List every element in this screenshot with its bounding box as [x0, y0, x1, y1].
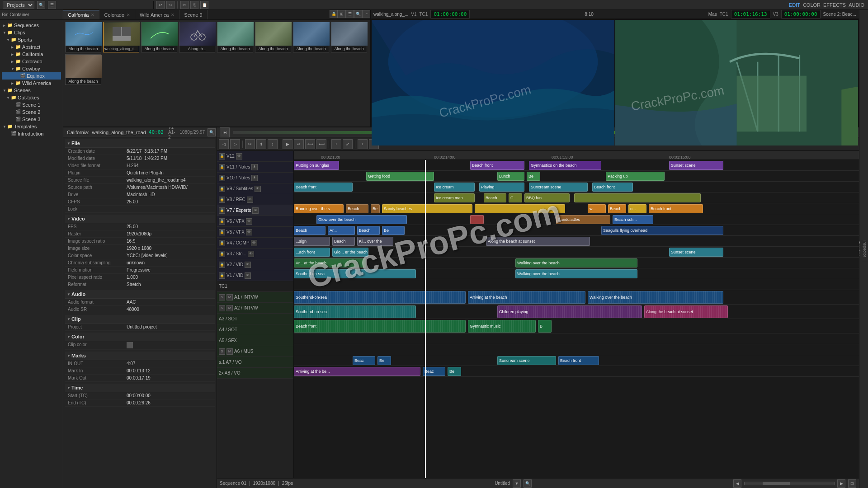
horizontal-scrollbar[interactable] — [744, 482, 835, 485]
clip[interactable]: Be — [448, 367, 461, 376]
clip[interactable] — [475, 204, 565, 213]
search-icon[interactable]: 🔍 — [37, 1, 45, 9]
clip[interactable]: Along the beach at sunset — [644, 305, 728, 318]
track-lock-btn[interactable]: 🔒 — [219, 240, 225, 246]
tl-select-btn[interactable]: ▶ — [283, 139, 292, 149]
tree-sequences[interactable]: ▶ 📁 Sequences — [2, 22, 61, 29]
close-icon[interactable]: ✕ — [91, 13, 94, 17]
preview-left[interactable]: CrackProPc.com — [372, 20, 614, 145]
clip[interactable]: Suncream scene — [497, 356, 556, 365]
clip[interactable]: Ice cream man — [434, 193, 475, 202]
clip[interactable]: Gymnastic music — [468, 320, 536, 333]
track-lock-btn[interactable]: 🔒 — [219, 262, 225, 268]
clip[interactable]: w... — [588, 204, 606, 213]
grid-icon[interactable]: ⊞ — [338, 10, 346, 18]
clip-item[interactable]: Along the beach — [65, 54, 101, 85]
track-eye-btn[interactable]: 👁 — [246, 218, 252, 225]
clip[interactable]: n... — [628, 204, 646, 213]
clip[interactable]: Beach — [346, 204, 368, 213]
clip[interactable]: Ar... at the beach — [294, 258, 366, 267]
clip[interactable]: Sandcastles — [556, 215, 610, 224]
tree-colorado[interactable]: ▶ 📁 Colorado — [2, 58, 61, 65]
clip[interactable]: ...sign — [294, 237, 330, 246]
close-icon[interactable]: ✕ — [127, 13, 130, 17]
options-icon[interactable]: ⋯ — [362, 10, 370, 18]
track-lock-btn[interactable]: 🔒 — [219, 186, 225, 192]
audio-tab[interactable]: AUDIO — [849, 2, 864, 8]
clip[interactable]: Beach — [357, 226, 380, 235]
clip[interactable]: Ki... over the — [357, 237, 393, 246]
clip[interactable]: Beach front — [558, 356, 599, 365]
track-lock-btn[interactable]: 🔒 — [219, 229, 225, 235]
clip[interactable]: BBQ fun — [524, 193, 570, 202]
track-eye-btn[interactable]: 👁 — [251, 240, 257, 246]
clip[interactable]: Beach front — [592, 183, 633, 192]
tl-add-edit-btn[interactable]: + — [331, 139, 341, 149]
track-lock-btn[interactable]: 🔒 — [219, 272, 225, 279]
clip[interactable]: ...ach front — [294, 248, 330, 257]
track-lock-btn[interactable]: 🔒 — [219, 164, 225, 170]
track-s-btn[interactable]: S — [219, 348, 225, 355]
clip[interactable] — [470, 215, 484, 224]
clip[interactable]: Arriving at the beach — [468, 291, 585, 304]
clip[interactable]: Arriving at the be... — [294, 367, 420, 376]
clip[interactable]: Sunset scene — [669, 248, 723, 257]
tl-out-btn[interactable]: ▷ — [230, 139, 240, 149]
time-section-header[interactable]: ▼ Time — [65, 384, 215, 392]
scroll-right-btn[interactable]: ▶ — [837, 479, 845, 488]
track-eye-btn[interactable]: 👁 — [246, 229, 252, 235]
clip[interactable]: Glo... er the beach — [332, 248, 368, 257]
tab-colorado[interactable]: Colorado ✕ — [99, 10, 135, 19]
search-inspector-icon[interactable]: 🔍 — [208, 128, 216, 136]
track-lock-btn[interactable]: 🔒 — [219, 218, 225, 225]
track-eye-btn[interactable]: 👁 — [255, 186, 261, 192]
tree-outtakes[interactable]: ▼ 📁 Out-takes — [2, 94, 61, 101]
clip[interactable]: Beach sch... — [613, 215, 653, 224]
clip[interactable]: Running over the s — [294, 204, 344, 213]
zoom-fit-btn[interactable]: ⊡ — [848, 479, 856, 488]
tab-scene9[interactable]: Scene 9 — [179, 10, 207, 19]
tree-scene3[interactable]: 🎬 Scene 3 — [2, 116, 61, 123]
preview-right[interactable]: CrackProPc.com — [615, 20, 858, 145]
clip[interactable]: Gymnastics on the beach — [529, 161, 601, 170]
inspector-label[interactable]: Inspector — [862, 237, 868, 261]
clip[interactable]: Southend-on-sea — [294, 291, 466, 304]
tree-sports[interactable]: ▼ 📁 Sports — [2, 36, 61, 43]
timeline-clips-scroll[interactable]: Putting on sunglas Beach front Gymnastic… — [294, 160, 859, 478]
clip[interactable]: Sandy beaches — [382, 204, 472, 213]
track-lock-btn[interactable]: 🔒 — [219, 153, 225, 160]
track-eye-btn[interactable]: 👁 — [245, 262, 251, 268]
tl-extend-btn[interactable]: ⤢ — [343, 139, 353, 149]
clip[interactable]: C — [509, 193, 522, 202]
tree-wildamerica[interactable]: ▶ 📁 Wild America — [2, 80, 61, 87]
tree-cowboy[interactable]: ▼ 📁 Cowboy — [2, 65, 61, 72]
clip[interactable]: Beach front — [294, 320, 466, 333]
clip[interactable]: Beach — [294, 226, 326, 235]
tree-california[interactable]: ▶ 📁 California — [2, 51, 61, 58]
clip[interactable]: Children playing — [497, 305, 642, 318]
clip[interactable]: Beach — [484, 193, 506, 202]
clip[interactable]: Beac — [423, 367, 445, 376]
clip[interactable]: Walking over the beach — [515, 258, 637, 267]
close-icon[interactable]: ✕ — [171, 13, 175, 17]
track-m-btn[interactable]: M — [226, 294, 233, 300]
dropdown-icon[interactable]: ▼ — [513, 479, 521, 488]
clip[interactable]: Walking over the beach — [588, 291, 723, 304]
clip[interactable]: Glow over the beach — [316, 215, 407, 224]
undo-icon[interactable]: ↩ — [156, 1, 165, 9]
timeline-clips-area[interactable]: Putting on sunglas Beach front Gymnastic… — [294, 160, 859, 478]
audio-section-header[interactable]: ▼ Audio — [65, 290, 215, 299]
menu-icon[interactable]: ☰ — [48, 1, 56, 9]
file-section-header[interactable]: ▼ File — [65, 139, 215, 148]
clip-item-selected[interactable]: walking_along_the_road — [103, 22, 139, 52]
clip[interactable]: Sunset scene — [669, 161, 723, 170]
tab-california[interactable]: California ✕ — [63, 10, 99, 19]
clip[interactable]: Beach — [332, 237, 355, 246]
tab-wildamerica[interactable]: Wild America ✕ — [135, 10, 179, 19]
search-tl-icon[interactable]: 🔍 — [524, 479, 532, 488]
effects-tab[interactable]: EFFECTS — [823, 2, 846, 8]
clip[interactable]: Putting on sunglas — [294, 161, 339, 170]
clip[interactable]: Beach front — [470, 161, 524, 170]
tl-slip-btn[interactable]: ⟺ — [305, 139, 315, 149]
track-lock-btn[interactable]: 🔒 — [219, 207, 225, 214]
